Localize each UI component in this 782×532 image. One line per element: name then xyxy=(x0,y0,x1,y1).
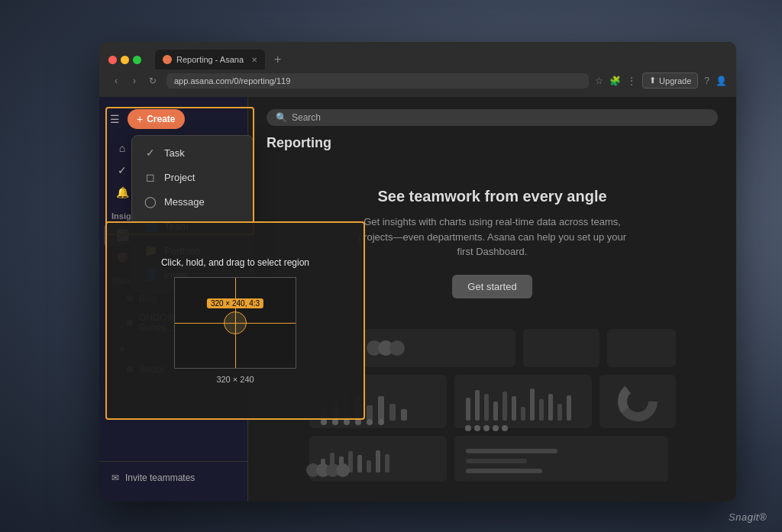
sidebar-footer: ✉ Invite teammates xyxy=(99,461,247,494)
tab-title: Reporting - Asana xyxy=(176,55,244,64)
svg-point-35 xyxy=(465,425,471,431)
svg-rect-29 xyxy=(521,407,525,421)
upgrade-icon: ⬆ xyxy=(649,76,656,85)
dropdown-item-task[interactable]: ✓ Task xyxy=(132,140,253,165)
message-icon: ◯ xyxy=(144,195,157,208)
close-traffic-light[interactable] xyxy=(108,56,117,64)
invite-teammates-button[interactable]: ✉ Invite teammates xyxy=(108,468,238,488)
sidebar-header: ☰ + Create xyxy=(99,105,247,137)
browser-tab[interactable]: Reporting - Asana ✕ xyxy=(155,50,265,69)
svg-point-21 xyxy=(378,419,384,425)
region-preview: 320 × 240, 4:3 xyxy=(174,277,296,369)
svg-point-39 xyxy=(502,425,508,431)
extensions-icon[interactable]: 🧩 xyxy=(609,76,621,86)
svg-rect-24 xyxy=(475,390,480,421)
svg-rect-14 xyxy=(389,404,396,421)
svg-rect-15 xyxy=(401,409,407,421)
url-bar[interactable]: app.asana.com/0/reporting/119 xyxy=(166,73,589,89)
hero-description: Get insights with charts using real-time… xyxy=(355,214,630,260)
create-plus-icon: + xyxy=(137,113,143,125)
browser-title-bar: Reporting - Asana ✕ + xyxy=(99,42,736,73)
size-label: 320 × 240, 4:3 xyxy=(207,298,263,308)
svg-rect-2 xyxy=(523,329,599,367)
browser-actions: ☆ 🧩 ⋮ ⬆ Upgrade ? 👤 xyxy=(595,73,727,89)
minimize-traffic-light[interactable] xyxy=(121,56,129,64)
svg-point-6 xyxy=(389,340,405,356)
svg-rect-32 xyxy=(548,394,553,421)
svg-rect-31 xyxy=(539,399,544,421)
hero-title: See teamwork from every angle xyxy=(377,188,606,205)
tab-close-button[interactable]: ✕ xyxy=(251,56,257,64)
dropdown-item-project-label: Project xyxy=(164,172,195,183)
svg-point-20 xyxy=(367,419,373,425)
task-icon: ✓ xyxy=(144,147,157,159)
snagit-watermark: Snagit® xyxy=(729,511,767,523)
region-selector-overlay: Click, hold, and drag to select region 3… xyxy=(105,221,365,420)
fullscreen-traffic-light[interactable] xyxy=(133,56,141,64)
get-started-button[interactable]: Get started xyxy=(452,275,532,298)
hamburger-button[interactable]: ☰ xyxy=(108,111,121,127)
create-label: Create xyxy=(147,114,175,124)
svg-rect-12 xyxy=(367,405,373,421)
dropdown-item-task-label: Task xyxy=(164,147,185,159)
svg-rect-53 xyxy=(466,449,557,453)
bookmark-icon[interactable]: ☆ xyxy=(595,76,603,86)
svg-rect-50 xyxy=(376,450,380,472)
upgrade-label: Upgrade xyxy=(659,76,691,85)
svg-point-36 xyxy=(474,425,480,431)
svg-rect-48 xyxy=(357,455,362,472)
svg-rect-55 xyxy=(466,469,542,473)
svg-rect-51 xyxy=(385,454,389,472)
svg-rect-33 xyxy=(557,404,562,421)
search-icon: 🔍 xyxy=(276,112,287,123)
traffic-lights xyxy=(108,56,141,64)
dropdown-item-message[interactable]: ◯ Message xyxy=(132,189,253,214)
svg-point-37 xyxy=(483,425,490,431)
inbox-icon: 🔔 xyxy=(116,186,128,198)
svg-point-38 xyxy=(493,425,499,431)
back-button[interactable]: ‹ xyxy=(108,73,124,89)
home-icon: ⌂ xyxy=(116,142,128,154)
help-icon[interactable]: ? xyxy=(704,76,709,86)
crosshair-circle: 320 × 240, 4:3 xyxy=(224,311,247,334)
search-bar[interactable]: 🔍 Search xyxy=(267,109,718,126)
page-title: Reporting xyxy=(267,135,718,151)
menu-icon[interactable]: ⋮ xyxy=(627,76,636,86)
svg-point-59 xyxy=(336,463,350,477)
svg-rect-34 xyxy=(567,395,571,421)
upgrade-button[interactable]: ⬆ Upgrade xyxy=(642,73,698,89)
tasks-icon: ✓ xyxy=(116,164,128,176)
svg-rect-30 xyxy=(530,389,535,421)
invite-label: Invite teammates xyxy=(125,472,195,483)
browser-chrome: Reporting - Asana ✕ + ‹ › ↻ app.asana.co… xyxy=(99,42,736,97)
browser-nav-buttons: ‹ › ↻ xyxy=(108,73,160,89)
region-instruction: Click, hold, and drag to select region xyxy=(161,257,309,268)
svg-rect-25 xyxy=(484,394,489,421)
region-size-display: 320 × 240 xyxy=(216,375,254,384)
svg-rect-54 xyxy=(466,459,527,463)
refresh-button[interactable]: ↻ xyxy=(145,73,160,89)
forward-button[interactable]: › xyxy=(127,73,142,89)
user-avatar[interactable]: 👤 xyxy=(716,76,727,86)
new-tab-button[interactable]: + xyxy=(274,53,281,66)
svg-rect-23 xyxy=(466,398,470,421)
tab-favicon xyxy=(163,55,172,64)
svg-rect-26 xyxy=(493,401,498,421)
svg-rect-13 xyxy=(378,396,384,421)
url-text: app.asana.com/0/reporting/119 xyxy=(174,76,290,85)
project-icon: ◻ xyxy=(144,171,157,183)
main-header: 🔍 Search Reporting xyxy=(248,97,736,157)
search-placeholder: Search xyxy=(292,112,321,123)
svg-rect-27 xyxy=(502,392,507,421)
invite-icon: ✉ xyxy=(111,472,119,483)
dropdown-item-project[interactable]: ◻ Project xyxy=(132,165,253,189)
create-button[interactable]: + Create xyxy=(128,109,185,129)
svg-rect-49 xyxy=(367,460,371,472)
browser-address-bar: ‹ › ↻ app.asana.com/0/reporting/119 ☆ 🧩 … xyxy=(99,73,736,95)
svg-rect-28 xyxy=(512,396,516,421)
svg-rect-3 xyxy=(607,329,676,367)
dropdown-item-message-label: Message xyxy=(164,196,205,208)
